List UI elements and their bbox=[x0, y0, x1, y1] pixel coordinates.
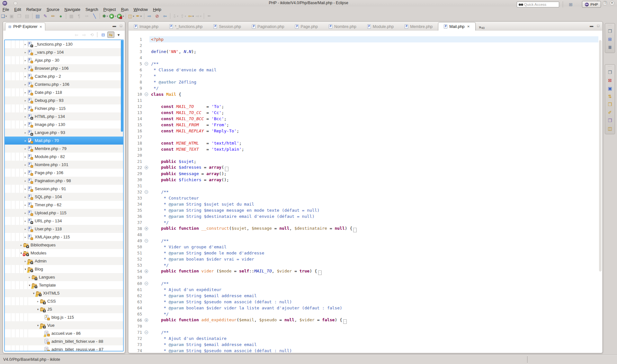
tree-item-Modules[interactable]: ▾✱✕Modules bbox=[5, 249, 123, 257]
debug-icon[interactable]: ✱▾ bbox=[102, 13, 109, 20]
tree-item-Ajax.php[interactable]: ▸PAjax.php - 30 bbox=[5, 56, 123, 64]
expand-arrow-icon[interactable]: ▸ bbox=[23, 171, 27, 174]
tree-item-Session.php[interactable]: ▸PSession.php - 91 bbox=[5, 185, 123, 193]
open-perspective-button[interactable]: ⊞ bbox=[567, 1, 575, 8]
tree-item-Image.php[interactable]: ▸PImage.php - 130 bbox=[5, 120, 123, 129]
strip-drag-handle[interactable]: ···· bbox=[605, 24, 615, 27]
restore-view-icon[interactable]: ❐ bbox=[606, 68, 614, 76]
line-number[interactable]: 30 bbox=[129, 177, 144, 183]
show-source-icon[interactable]: ▦ bbox=[68, 13, 75, 20]
save-all-icon[interactable]: ❐ bbox=[16, 13, 23, 20]
expand-arrow-icon[interactable]: ▸ bbox=[23, 219, 27, 223]
menu-help[interactable]: Help bbox=[150, 7, 164, 12]
line-number[interactable]: 17 bbox=[129, 134, 144, 140]
new-php-file-icon[interactable]: ✏ bbox=[49, 13, 57, 20]
line-number[interactable]: 64 bbox=[129, 305, 144, 311]
line-number[interactable]: 21 bbox=[129, 158, 144, 164]
expand-arrow-icon[interactable]: ▸ bbox=[23, 83, 27, 86]
close-icon[interactable]: ✕ bbox=[40, 25, 42, 29]
expand-arrow-icon[interactable]: ▸ bbox=[23, 195, 27, 199]
tree-item-admin_billet_reussi.vue[interactable]: admin_billet_reussi.vue - 87 bbox=[5, 345, 123, 351]
tree-item-XMLAjax.php[interactable]: ▸PXMLAjax.php - 115 bbox=[5, 233, 123, 241]
folded-code-icon[interactable]: ·· bbox=[353, 228, 357, 232]
expand-arrow-icon[interactable]: ▸ bbox=[23, 75, 27, 78]
line-number[interactable]: 54 bbox=[129, 268, 144, 274]
line-number[interactable]: 15 bbox=[129, 122, 144, 128]
tree-item-User.php[interactable]: ▸PUser.php - 118 bbox=[5, 225, 123, 233]
line-number[interactable]: 4 bbox=[129, 55, 144, 61]
line-number[interactable]: 38 bbox=[129, 226, 144, 232]
close-window-icon[interactable]: ✕ bbox=[610, 1, 614, 5]
next-annotation-icon[interactable]: ⇨ bbox=[146, 13, 153, 20]
line-number[interactable]: 19 bbox=[129, 146, 144, 152]
editor-tab-Pagination.php[interactable]: PPagination.php bbox=[246, 22, 290, 31]
line-number[interactable]: 2 bbox=[129, 42, 144, 49]
show-whitespace-icon[interactable]: ¶ bbox=[76, 13, 83, 20]
expand-arrow-icon[interactable]: ▸ bbox=[23, 163, 27, 166]
line-number[interactable]: 50 bbox=[129, 244, 144, 250]
line-number[interactable]: 7 bbox=[129, 73, 144, 79]
outline-view-icon[interactable]: ⊞ bbox=[606, 35, 614, 43]
collapse-all-icon[interactable]: ⊟ bbox=[100, 31, 107, 38]
view-menu-icon[interactable]: ▾ bbox=[115, 31, 122, 38]
line-number[interactable]: 33 bbox=[129, 195, 144, 201]
line-number[interactable]: 66 bbox=[129, 317, 144, 323]
line-number[interactable]: 18 bbox=[129, 140, 144, 146]
editor-tab-_functions.php[interactable]: P*_functions.php bbox=[164, 22, 208, 31]
back-icon[interactable]: ⇦ bbox=[73, 31, 80, 38]
menu-refactor[interactable]: Refactor bbox=[24, 7, 44, 12]
tree-item-Cache.php[interactable]: ▸PCache.php - 2 bbox=[5, 72, 123, 80]
quick-access-input[interactable]: Quick Access bbox=[517, 2, 559, 7]
line-number[interactable]: 60 bbox=[129, 280, 144, 287]
expand-arrow-icon[interactable]: ▸ bbox=[23, 211, 27, 215]
editor-tab-Image.php[interactable]: PImage.php bbox=[129, 22, 164, 31]
tree-item-_vars.php[interactable]: ▸P_vars.php - 104 bbox=[5, 48, 123, 56]
new-binary-file-icon[interactable]: ▤ bbox=[34, 13, 41, 20]
expand-arrow-icon[interactable]: ▸ bbox=[19, 244, 23, 247]
document-view-icon[interactable]: ≣ bbox=[606, 43, 614, 51]
expand-arrow-icon[interactable]: ▸ bbox=[23, 131, 27, 134]
tree-item-SQL.php[interactable]: ▸PSQL.php - 104 bbox=[5, 193, 123, 201]
line-number[interactable]: 51 bbox=[129, 250, 144, 256]
menu-navigate[interactable]: Navigate bbox=[62, 7, 83, 12]
line-number[interactable]: 1 bbox=[129, 36, 144, 42]
line-number[interactable]: 52 bbox=[129, 256, 144, 262]
menu-edit[interactable]: Edit bbox=[12, 7, 24, 12]
line-number[interactable]: 59 bbox=[129, 274, 144, 280]
expand-arrow-icon[interactable]: ▸ bbox=[23, 147, 27, 150]
last-edit-location-icon[interactable]: ⇦ bbox=[161, 13, 168, 20]
new-wizard-icon[interactable]: ❏▾ bbox=[0, 13, 7, 20]
expand-arrow-icon[interactable]: ▸ bbox=[23, 155, 27, 158]
console-view-icon[interactable]: ▣ bbox=[606, 84, 614, 92]
expand-arrow-icon[interactable]: ▸ bbox=[23, 187, 27, 191]
tree-item-HTML.php[interactable]: ▸P✱HTML.php - 134 bbox=[5, 112, 123, 120]
tree-item-Browser.php[interactable]: ▸PBrowser.php - 106 bbox=[5, 64, 123, 72]
history-view-icon[interactable]: ❒ bbox=[606, 101, 614, 108]
restore-view-icon[interactable]: ❐ bbox=[606, 27, 614, 35]
tree-item-Upload.php[interactable]: ▸PUpload.php - 115 bbox=[5, 209, 123, 217]
snippets-view-icon[interactable]: ❒ bbox=[606, 117, 614, 124]
line-number[interactable]: 9 bbox=[129, 85, 144, 91]
pin-editor-icon[interactable]: ✒ bbox=[206, 13, 213, 20]
line-number[interactable]: 20 bbox=[129, 152, 144, 158]
expand-arrow-icon[interactable]: ▸ bbox=[28, 276, 31, 279]
tab-overflow-button[interactable]: »43 bbox=[479, 24, 485, 30]
tree-item-Nombre.php[interactable]: ▸PNombre.php - 101 bbox=[5, 161, 123, 169]
code-area[interactable]: 1<?php23define('NN', N.N);45−/**6 * Clas… bbox=[129, 31, 598, 353]
line-number[interactable]: 48 bbox=[129, 232, 144, 238]
tree-item-CSS[interactable]: ▸✱CSS bbox=[5, 297, 123, 305]
line-number[interactable]: 22 bbox=[129, 164, 144, 171]
tree-item-Blog[interactable]: ▾✱Blog bbox=[5, 265, 123, 273]
previous-annotation-icon[interactable]: ⊘ bbox=[154, 13, 161, 20]
line-number[interactable]: 71 bbox=[129, 329, 144, 335]
tree-item-JS[interactable]: ▾✱JS bbox=[5, 305, 123, 313]
menu-source[interactable]: Source bbox=[44, 7, 62, 12]
tab-php-explorer[interactable]: ⊟ PHP Explorer ✕ bbox=[5, 22, 45, 31]
tree-item-_functions.php[interactable]: ▸P✱_functions.php - 130 bbox=[5, 40, 123, 48]
expand-arrow-icon[interactable]: ▸ bbox=[23, 107, 27, 110]
tree-item-Debug.php[interactable]: ▸PDebug.php - 93 bbox=[5, 96, 123, 104]
tree-item-Membre.php[interactable]: ▸PMembre.php - 79 bbox=[5, 145, 123, 153]
tree-item-Langue.php[interactable]: ▸P✱Langue.php - 93 bbox=[5, 129, 123, 137]
line-number[interactable]: 61 bbox=[129, 287, 144, 293]
line-number[interactable]: 31 bbox=[129, 183, 144, 189]
